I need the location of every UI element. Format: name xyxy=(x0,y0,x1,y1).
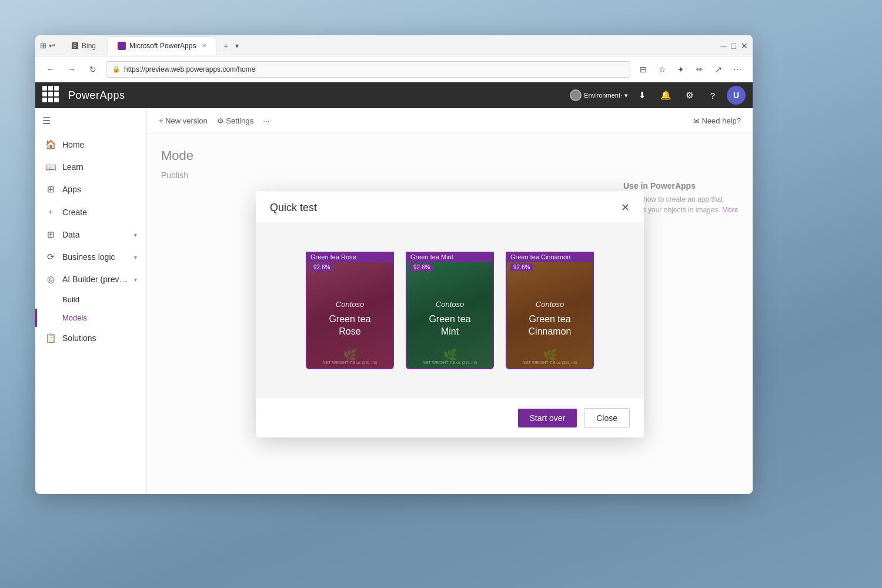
browser-titlebar: ⊞ ↩ 🅱 Bing Microsoft PowerApps ✕ + ▾ ─ □… xyxy=(35,35,753,56)
brand-cinnamon: Contoso xyxy=(536,300,564,309)
tab-list-dropdown[interactable]: ▾ xyxy=(235,42,239,50)
sidebar-toggle-button[interactable]: ☰ xyxy=(35,108,146,133)
content-body: Mode Publish Use in PowerApps Learn how … xyxy=(147,134,753,494)
data-icon: ⊞ xyxy=(45,229,56,240)
more-icon[interactable]: ⋯ xyxy=(729,61,746,78)
weight-cinnamon: NET WEIGHT 7.8 oz (221 ml) xyxy=(523,360,577,365)
tab-bing[interactable]: 🅱 Bing xyxy=(62,36,105,55)
forward-nav-button[interactable]: → xyxy=(64,61,80,78)
sidebar-sub-item-models[interactable]: Models xyxy=(35,309,146,327)
modal-close-button[interactable]: ✕ xyxy=(621,202,630,213)
product-tag-mint: Green tea Mint xyxy=(406,252,494,262)
product-card-mint: Green tea Mint 92.6% Contoso Green teaMi… xyxy=(406,252,494,369)
start-over-button[interactable]: Start over xyxy=(518,409,577,427)
product-tag-rose-label: Green tea Rose xyxy=(310,253,356,260)
sidebar-item-home[interactable]: 🏠 Home xyxy=(35,133,146,156)
environment-chevron: ▾ xyxy=(624,92,628,99)
notification-icon[interactable]: 🔔 xyxy=(656,86,675,105)
environment-selector[interactable]: Environment· ▾ xyxy=(570,89,628,101)
environment-icon xyxy=(570,89,582,101)
more-button[interactable]: ··· xyxy=(263,116,269,125)
modal-overlay: Quick test ✕ Green tea Rose xyxy=(147,134,753,494)
product-name-cinnamon: Green teaCinnamon xyxy=(529,313,572,338)
tab-powerapps-label: Microsoft PowerApps xyxy=(129,42,196,50)
user-avatar[interactable]: U xyxy=(727,86,746,105)
brand-mint: Contoso xyxy=(436,300,464,309)
bing-favicon: 🅱 xyxy=(72,42,78,49)
business-logic-icon: ⟳ xyxy=(45,252,56,262)
address-bar[interactable]: 🔒 https://preview.web.powerapps.com/home xyxy=(106,61,630,78)
favorites-icon[interactable]: ☆ xyxy=(654,61,670,78)
create-icon: ＋ xyxy=(45,206,56,218)
modal-title: Quick test xyxy=(270,202,317,214)
address-text: https://preview.web.powerapps.com/home xyxy=(124,65,255,74)
maximize-button[interactable]: □ xyxy=(731,41,736,51)
pen-icon[interactable]: ✏ xyxy=(691,61,708,78)
app-chrome: PowerApps Environment· ▾ ⬇ 🔔 ⚙ ? U ☰ 🏠 xyxy=(35,82,753,494)
sidebar-data-label: Data xyxy=(62,230,80,239)
sidebar-solutions-label: Solutions xyxy=(62,333,96,343)
confidence-rose: 92.6% xyxy=(310,263,333,271)
sidebar-item-business-logic[interactable]: ⟳ Business logic ▾ xyxy=(35,246,146,268)
main-layout: ☰ 🏠 Home 📖 Learn ⊞ Apps ＋ Create xyxy=(35,108,753,494)
product-tag-cinnamon: Green tea Cinnamon xyxy=(506,252,594,262)
minimize-button[interactable]: ─ xyxy=(721,41,727,51)
back-nav-button[interactable]: ← xyxy=(42,61,59,78)
browser-window: ⊞ ↩ 🅱 Bing Microsoft PowerApps ✕ + ▾ ─ □… xyxy=(35,35,753,494)
tab-powerapps[interactable]: Microsoft PowerApps ✕ xyxy=(108,36,216,55)
sidebar-sub-item-build[interactable]: Build xyxy=(35,290,146,309)
more-label: ··· xyxy=(263,116,269,125)
sidebar-ai-builder-label: AI Builder (prev… xyxy=(62,275,127,284)
sidebar-apps-label: Apps xyxy=(62,185,81,194)
ai-builder-icon: ◎ xyxy=(45,274,56,285)
settings-button[interactable]: ⚙ Settings xyxy=(217,116,254,125)
product-name-rose: Green teaRose xyxy=(329,313,370,338)
modal-body: Green tea Rose 92.6% Contoso Green teaRo… xyxy=(256,222,644,399)
download-icon[interactable]: ⬇ xyxy=(633,86,652,105)
sidebar-item-apps[interactable]: ⊞ Apps xyxy=(35,178,146,201)
collections-icon[interactable]: ✦ xyxy=(673,61,689,78)
confidence-mint: 92.6% xyxy=(410,263,433,271)
tab-close-icon[interactable]: ✕ xyxy=(202,42,206,49)
sidebar-item-learn[interactable]: 📖 Learn xyxy=(35,156,146,178)
home-icon: 🏠 xyxy=(45,139,56,150)
settings-icon[interactable]: ⚙ xyxy=(680,86,699,105)
settings-label: ⚙ Settings xyxy=(217,116,254,125)
close-button[interactable]: ✕ xyxy=(741,41,748,51)
sidebar-item-create[interactable]: ＋ Create xyxy=(35,201,146,223)
help-icon[interactable]: ? xyxy=(703,86,722,105)
environment-label: Environment· xyxy=(584,92,622,99)
need-help-button[interactable]: ✉ Need help? xyxy=(693,116,741,125)
new-version-label: + New version xyxy=(159,116,208,125)
app-topbar: PowerApps Environment· ▾ ⬇ 🔔 ⚙ ? U xyxy=(35,82,753,108)
split-view-icon[interactable]: ⊟ xyxy=(635,61,652,78)
need-help-label: ✉ Need help? xyxy=(693,116,741,125)
apps-icon: ⊞ xyxy=(45,184,56,195)
new-version-button[interactable]: + New version xyxy=(159,116,208,125)
solutions-icon: 📋 xyxy=(45,333,56,343)
product-card-rose: Green tea Rose 92.6% Contoso Green teaRo… xyxy=(306,252,394,369)
product-name-mint: Green teaMint xyxy=(429,313,470,338)
sidebar-item-ai-builder[interactable]: ◎ AI Builder (prev… ▾ xyxy=(35,268,146,290)
product-tag-rose: Green tea Rose xyxy=(306,252,394,262)
quick-test-modal: Quick test ✕ Green tea Rose xyxy=(256,191,644,437)
sidebar-item-data[interactable]: ⊞ Data ▾ xyxy=(35,223,146,246)
product-tag-mint-label: Green tea Mint xyxy=(410,253,453,260)
can-cinnamon: 92.6% Contoso Green teaCinnamon 🌿 NET WE… xyxy=(506,252,594,369)
topbar-right: Environment· ▾ ⬇ 🔔 ⚙ ? U xyxy=(570,86,746,105)
share-icon[interactable]: ↗ xyxy=(710,61,727,78)
weight-mint: NET WEIGHT 7.8 oz (221 ml) xyxy=(423,360,477,365)
waffle-menu-icon[interactable] xyxy=(42,86,61,105)
sidebar-item-solutions[interactable]: 📋 Solutions xyxy=(35,327,146,349)
toolbar-icons: ⊟ ☆ ✦ ✏ ↗ ⋯ xyxy=(635,61,746,78)
close-modal-button[interactable]: Close xyxy=(584,408,630,428)
sidebar: ☰ 🏠 Home 📖 Learn ⊞ Apps ＋ Create xyxy=(35,108,147,494)
data-chevron-icon: ▾ xyxy=(134,232,137,238)
sidebar-build-label: Build xyxy=(62,295,79,304)
new-tab-button[interactable]: + xyxy=(219,39,233,53)
can-rose: 92.6% Contoso Green teaRose 🌿 NET WEIGHT… xyxy=(306,252,394,369)
confidence-cinnamon: 92.6% xyxy=(510,263,533,271)
product-tag-cinnamon-label: Green tea Cinnamon xyxy=(510,253,570,260)
refresh-button[interactable]: ↻ xyxy=(85,61,101,78)
content-topbar: + New version ⚙ Settings ··· ✉ Need help… xyxy=(147,108,753,134)
